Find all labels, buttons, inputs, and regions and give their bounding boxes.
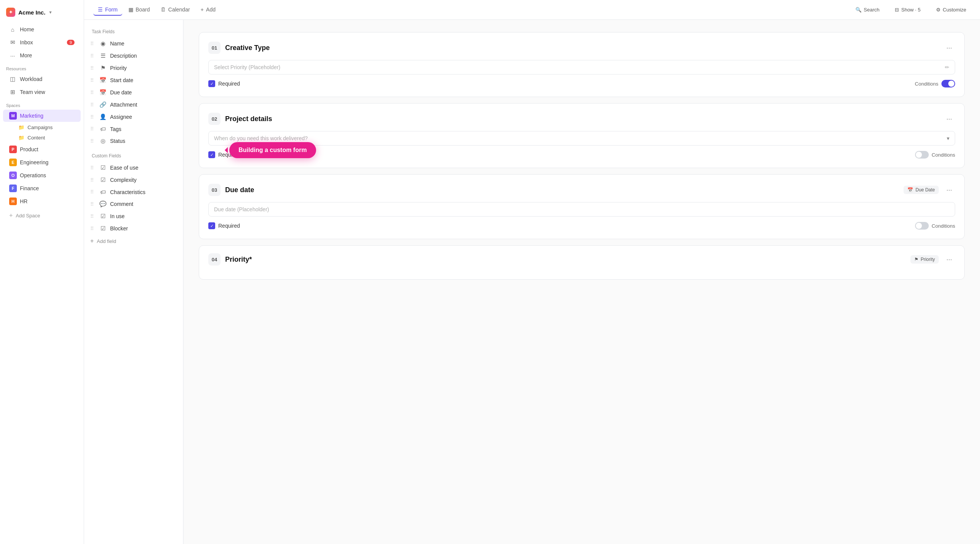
main-content: ☰ Form ▦ Board 🗓 Calendar + Add 🔍 Search… xyxy=(84,0,980,544)
conditions-toggle[interactable] xyxy=(915,222,929,230)
field-attachment[interactable]: ⠿ 🔗 Attachment xyxy=(84,99,183,111)
add-space-button[interactable]: + Add Space xyxy=(3,209,81,222)
card-title: Due date xyxy=(225,186,899,194)
card-number: 03 xyxy=(208,184,221,196)
conditions-label: Conditions xyxy=(915,81,938,87)
space-avatar-operations: O xyxy=(9,172,17,179)
field-label: Characteristics xyxy=(110,189,146,195)
tab-board[interactable]: ▦ Board xyxy=(124,4,154,16)
customize-button[interactable]: ⚙ Customize xyxy=(931,5,971,15)
card-more-button[interactable]: ··· xyxy=(943,185,955,196)
field-label: Attachment xyxy=(110,102,137,108)
sidebar-item-home[interactable]: ⌂ Home xyxy=(3,23,81,36)
priority-badge: ⚑ Priority xyxy=(910,255,939,264)
due-date-input[interactable]: Due date (Placeholder) xyxy=(208,202,955,217)
sub-item-label: Campaigns xyxy=(28,125,53,130)
field-name[interactable]: ⠿ ◉ Name xyxy=(84,37,183,50)
show-button[interactable]: ⊟ Show · 5 xyxy=(890,5,925,15)
app-logo[interactable]: Acme Inc. ▾ xyxy=(0,5,84,23)
sidebar-item-inbox[interactable]: ✉ Inbox 9 xyxy=(3,36,81,49)
form-panel: Building a custom form 01 Creative Type … xyxy=(183,20,980,544)
card-more-button[interactable]: ··· xyxy=(943,42,955,53)
chevron-down-icon: ▾ xyxy=(947,135,949,141)
tags-field-icon: 🏷 xyxy=(99,126,106,132)
add-field-button[interactable]: + Add field xyxy=(84,235,183,248)
form-card-header: 01 Creative Type ··· xyxy=(208,42,955,54)
conditions-toggle[interactable] xyxy=(941,80,955,87)
priority-badge-label: Priority xyxy=(921,257,935,262)
field-ease-of-use[interactable]: ⠿ ☑ Ease of use xyxy=(84,162,183,174)
sidebar-item-engineering[interactable]: E Engineering xyxy=(3,156,81,168)
priority-field-icon: ⚑ xyxy=(99,65,106,71)
field-blocker[interactable]: ⠿ ☑ Blocker xyxy=(84,222,183,235)
sidebar-item-finance[interactable]: F Finance xyxy=(3,182,81,194)
sidebar-item-workload[interactable]: ◫ Workload xyxy=(3,73,81,85)
required-checkbox[interactable]: ✓ xyxy=(208,222,215,229)
sidebar-item-marketing[interactable]: M Marketing xyxy=(3,110,81,122)
sidebar-item-label: Product xyxy=(20,146,38,152)
sidebar-item-product[interactable]: P Product xyxy=(3,143,81,155)
field-start-date[interactable]: ⠿ 📅 Start date xyxy=(84,74,183,86)
sidebar-item-label: Engineering xyxy=(20,159,49,165)
field-priority[interactable]: ⠿ ⚑ Priority xyxy=(84,62,183,74)
project-details-input[interactable]: When do you need this work delivered? ▾ xyxy=(208,131,955,146)
conditions-group: Conditions xyxy=(915,222,955,230)
logo-icon xyxy=(6,8,15,17)
conditions-group: Conditions xyxy=(915,80,955,87)
field-status[interactable]: ⠿ ◎ Status xyxy=(84,135,183,147)
workload-icon: ◫ xyxy=(9,76,16,83)
field-label: Name xyxy=(110,40,124,47)
field-comment[interactable]: ⠿ 💬 Comment xyxy=(84,198,183,210)
search-button[interactable]: 🔍 Search xyxy=(851,5,884,15)
required-checkbox[interactable]: ✓ xyxy=(208,80,215,87)
sidebar-item-label: Inbox xyxy=(20,39,33,45)
form-card-creative-type: 01 Creative Type ··· Select Priority (Pl… xyxy=(199,32,965,97)
field-complexity[interactable]: ⠿ ☑ Complexity xyxy=(84,174,183,186)
field-label: Due date xyxy=(110,89,132,96)
show-label: Show · 5 xyxy=(901,7,921,13)
tab-calendar[interactable]: 🗓 Calendar xyxy=(156,4,195,16)
folder-icon: 📁 xyxy=(18,135,24,141)
card-more-button[interactable]: ··· xyxy=(943,254,955,265)
tab-form[interactable]: ☰ Form xyxy=(93,4,122,16)
card-number: 04 xyxy=(208,253,221,266)
sidebar-item-hr[interactable]: H HR xyxy=(3,195,81,207)
field-characteristics[interactable]: ⠿ 🏷 Characteristics xyxy=(84,186,183,198)
edit-icon[interactable]: ✏ xyxy=(945,64,949,70)
field-label: Assignee xyxy=(110,114,132,120)
plus-icon: + xyxy=(201,6,204,13)
calendar-tab-icon: 🗓 xyxy=(161,6,166,13)
space-avatar-marketing: M xyxy=(9,112,17,120)
sidebar-sub-content[interactable]: 📁 Content xyxy=(3,133,81,142)
space-avatar-finance: F xyxy=(9,185,17,192)
field-tags[interactable]: ⠿ 🏷 Tags xyxy=(84,123,183,135)
sidebar-item-more[interactable]: ··· More xyxy=(3,49,81,62)
sidebar-item-team-view[interactable]: ⊞ Team view xyxy=(3,86,81,98)
tab-add[interactable]: + Add xyxy=(196,4,220,16)
drag-handle-icon: ⠿ xyxy=(90,41,96,47)
conditions-toggle[interactable] xyxy=(915,151,929,159)
customize-label: Customize xyxy=(943,7,966,13)
field-due-date[interactable]: ⠿ 📅 Due date xyxy=(84,86,183,99)
sidebar: Acme Inc. ▾ ⌂ Home ✉ Inbox 9 ··· More Re… xyxy=(0,0,84,544)
creative-type-input[interactable]: Select Priority (Placeholder) ✏ xyxy=(208,60,955,74)
content-area: Task Fields ⠿ ◉ Name ⠿ ☰ Description ⠿ ⚑… xyxy=(84,20,980,544)
blocker-field-icon: ☑ xyxy=(99,225,106,232)
required-checkbox-label[interactable]: ✓ Required xyxy=(208,222,240,229)
plus-icon: + xyxy=(9,212,13,219)
fields-panel: Task Fields ⠿ ◉ Name ⠿ ☰ Description ⠿ ⚑… xyxy=(84,20,183,544)
input-placeholder: Due date (Placeholder) xyxy=(214,206,269,212)
plus-icon: + xyxy=(90,238,94,244)
sidebar-item-operations[interactable]: O Operations xyxy=(3,169,81,181)
add-space-label: Add Space xyxy=(16,213,40,219)
field-in-use[interactable]: ⠿ ☑ In use xyxy=(84,210,183,222)
sub-item-label: Content xyxy=(28,135,45,141)
field-assignee[interactable]: ⠿ 👤 Assignee xyxy=(84,111,183,123)
field-label: In use xyxy=(110,213,125,219)
form-card-footer: ✓ Required Conditions xyxy=(208,80,955,87)
sidebar-sub-campaigns[interactable]: 📁 Campaigns xyxy=(3,123,81,132)
card-more-button[interactable]: ··· xyxy=(943,113,955,125)
required-checkbox-label[interactable]: ✓ Required xyxy=(208,80,240,87)
field-description[interactable]: ⠿ ☰ Description xyxy=(84,50,183,62)
required-checkbox[interactable]: ✓ xyxy=(208,151,215,158)
